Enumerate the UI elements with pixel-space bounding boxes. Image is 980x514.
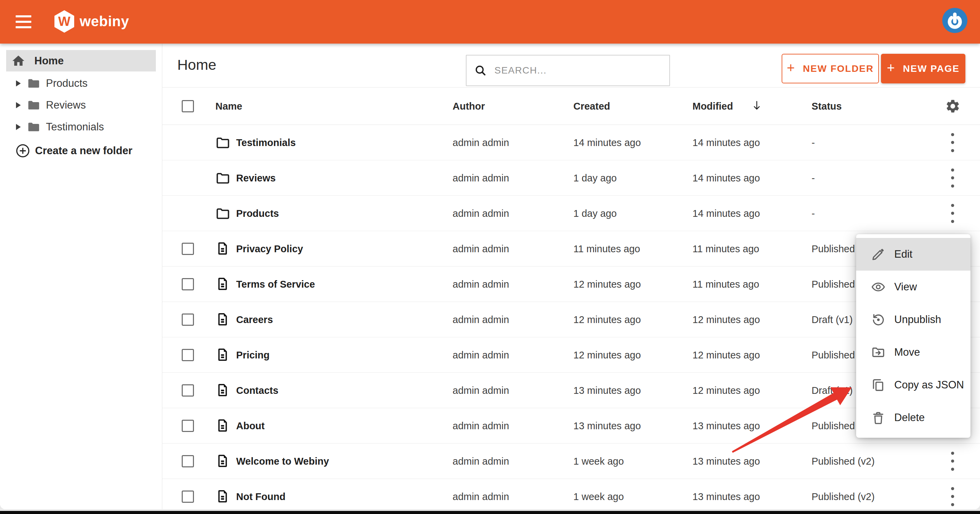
sidebar-item-home[interactable]: Home <box>6 50 156 72</box>
toolbar: Home + NEW FOLDER + <box>162 44 980 88</box>
row-status: Draft (v1) <box>811 373 853 408</box>
row-name[interactable]: About <box>236 408 265 444</box>
row-modified: 11 minutes ago <box>692 231 759 267</box>
page-icon <box>215 312 231 327</box>
row-checkbox[interactable] <box>182 384 194 396</box>
page-icon <box>215 277 231 292</box>
caret-right-icon[interactable] <box>16 80 21 86</box>
row-name[interactable]: Reviews <box>236 160 275 196</box>
sidebar-folder-label: Testimonials <box>46 121 104 133</box>
table-row[interactable]: Not Found admin admin 1 week ago 13 minu… <box>162 479 980 509</box>
row-created: 1 week ago <box>573 444 624 479</box>
row-name[interactable]: Not Found <box>236 479 285 509</box>
row-created: 1 week ago <box>573 479 624 509</box>
plus-icon: + <box>887 60 895 76</box>
menu-item-copy-as-json[interactable]: Copy as JSON <box>856 369 970 401</box>
menu-item-delete[interactable]: Delete <box>856 401 970 434</box>
webiny-logo[interactable]: W webiny <box>54 10 129 33</box>
table-row[interactable]: Reviews admin admin 1 day ago 14 minutes… <box>162 160 980 196</box>
table-header: Name Author Created Modified Status <box>162 88 980 125</box>
sidebar-home-label: Home <box>34 55 64 67</box>
folder-icon <box>27 76 41 91</box>
row-checkbox[interactable] <box>182 243 194 255</box>
column-header-created[interactable]: Created <box>573 88 610 125</box>
page-icon <box>215 419 231 433</box>
pencil-icon <box>871 247 885 261</box>
table-row[interactable]: Products admin admin 1 day ago 14 minute… <box>162 196 980 231</box>
table-settings-gear-icon[interactable] <box>945 99 961 114</box>
hamburger-menu-icon[interactable] <box>16 15 31 28</box>
row-name[interactable]: Terms of Service <box>236 267 315 302</box>
search-input[interactable] <box>495 65 644 76</box>
row-name[interactable]: Pricing <box>236 337 269 373</box>
row-name[interactable]: Privacy Policy <box>236 231 303 267</box>
menu-item-edit[interactable]: Edit <box>856 238 970 271</box>
row-checkbox[interactable] <box>182 490 194 503</box>
row-author: admin admin <box>453 160 509 196</box>
new-page-label: NEW PAGE <box>903 63 959 74</box>
caret-right-icon[interactable] <box>16 124 21 130</box>
row-status: Published <box>811 267 855 302</box>
row-author: admin admin <box>453 196 509 231</box>
new-page-button[interactable]: + NEW PAGE <box>881 54 966 83</box>
page-icon <box>215 489 231 504</box>
row-status: Published (v2) <box>811 479 875 509</box>
create-new-folder-label: Create a new folder <box>35 145 132 157</box>
menu-item-unpublish[interactable]: Unpublish <box>856 303 970 336</box>
row-actions-kebab-icon[interactable] <box>948 487 957 506</box>
menu-item-view[interactable]: View <box>856 271 970 303</box>
sort-desc-icon[interactable] <box>751 100 762 113</box>
row-name[interactable]: Products <box>236 196 279 231</box>
row-created: 13 minutes ago <box>573 373 641 408</box>
row-author: admin admin <box>453 337 509 373</box>
row-created: 12 minutes ago <box>573 337 641 373</box>
row-created: 14 minutes ago <box>573 125 641 160</box>
row-name[interactable]: Welcome to Webiny <box>236 444 329 479</box>
home-icon <box>11 54 25 68</box>
row-status: - <box>811 125 815 160</box>
row-checkbox[interactable] <box>182 420 194 432</box>
row-actions-kebab-icon[interactable] <box>948 204 957 223</box>
row-name[interactable]: Contacts <box>236 373 278 408</box>
row-checkbox[interactable] <box>182 349 194 361</box>
search-box[interactable] <box>466 55 670 86</box>
row-name[interactable]: Careers <box>236 302 273 337</box>
select-all-checkbox[interactable] <box>182 100 194 112</box>
menu-item-move[interactable]: Move <box>856 336 970 369</box>
caret-right-icon[interactable] <box>16 102 21 108</box>
row-modified: 14 minutes ago <box>692 196 760 231</box>
sidebar-folder-item[interactable]: Products <box>0 73 162 94</box>
folder-icon <box>27 98 41 112</box>
create-new-folder-button[interactable]: Create a new folder <box>15 140 132 162</box>
row-status: Published <box>811 231 855 267</box>
row-status: Published <box>811 408 855 444</box>
column-header-author[interactable]: Author <box>453 88 485 125</box>
column-header-status[interactable]: Status <box>811 88 842 125</box>
row-modified: 12 minutes ago <box>692 373 760 408</box>
row-modified: 12 minutes ago <box>692 337 760 373</box>
sidebar-folder-item[interactable]: Reviews <box>0 94 162 116</box>
browser-viewport: Home Products Reviews Testimonials Creat… <box>0 0 980 509</box>
row-modified: 14 minutes ago <box>692 125 760 160</box>
row-checkbox[interactable] <box>182 313 194 326</box>
column-header-name[interactable]: Name <box>215 88 242 125</box>
webiny-hexagon-icon: W <box>54 10 74 33</box>
search-icon <box>474 64 487 77</box>
table-row[interactable]: Testimonials admin admin 14 minutes ago … <box>162 125 980 160</box>
row-actions-kebab-icon[interactable] <box>948 452 957 471</box>
row-actions-kebab-icon[interactable] <box>948 169 957 188</box>
row-author: admin admin <box>453 267 509 302</box>
column-header-modified[interactable]: Modified <box>692 88 733 125</box>
table-row[interactable]: Welcome to Webiny admin admin 1 week ago… <box>162 444 980 479</box>
row-author: admin admin <box>453 231 509 267</box>
row-created: 1 day ago <box>573 196 617 231</box>
sidebar-folder-item[interactable]: Testimonials <box>0 116 162 138</box>
row-author: admin admin <box>453 444 509 479</box>
new-folder-button[interactable]: + NEW FOLDER <box>782 54 879 83</box>
sidebar-folder-label: Reviews <box>46 99 86 111</box>
row-checkbox[interactable] <box>182 455 194 467</box>
row-name[interactable]: Testimonials <box>236 125 296 160</box>
row-actions-kebab-icon[interactable] <box>948 133 957 152</box>
user-avatar[interactable] <box>942 8 967 33</box>
row-checkbox[interactable] <box>182 278 194 290</box>
